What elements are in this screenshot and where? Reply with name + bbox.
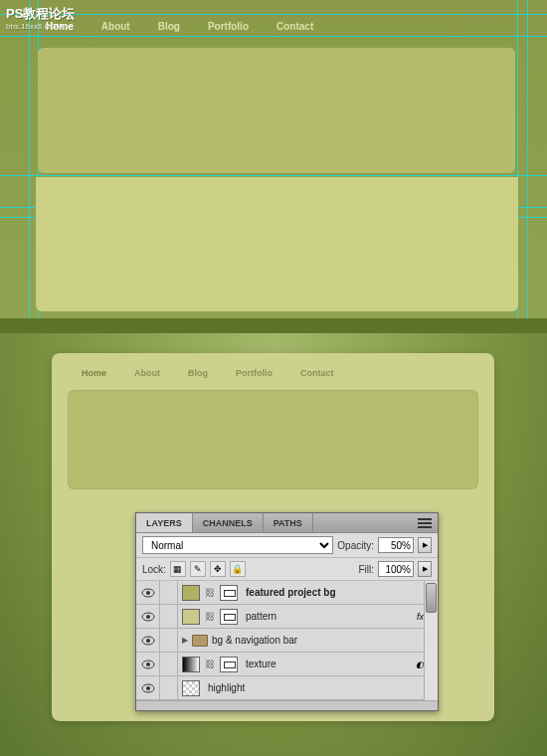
opacity-input[interactable] [378,537,414,553]
layer-thumb[interactable] [182,609,200,625]
mask-thumb[interactable] [220,585,238,601]
layer-thumb[interactable] [182,657,200,672]
blend-mode-select[interactable]: Normal [142,536,333,554]
layer-row[interactable]: ⛓ featured project bg [136,581,438,605]
layer-thumbs: ⛓ [178,657,242,672]
visibility-toggle[interactable] [136,605,160,628]
mask-thumb[interactable] [220,657,238,672]
eye-icon [141,660,155,669]
visibility-toggle[interactable] [136,653,160,675]
link-cell [160,629,178,652]
link-icon: ⛓ [203,587,217,598]
svg-point-1 [146,591,150,595]
layer-thumbs [178,680,204,696]
fill-label: Fill: [358,564,374,575]
blend-opacity-row: Normal Opacity: ▶ [136,533,438,558]
eye-icon [141,636,155,646]
lock-all-icon[interactable]: 🔒 [230,561,246,577]
link-cell [160,605,178,628]
nav-item-blog[interactable]: Blog [144,16,194,37]
nav-item-about[interactable]: About [120,364,174,382]
link-cell [160,653,178,675]
guide-horizontal [0,175,547,176]
layer-thumbs: ⛓ [178,585,242,601]
layer-row[interactable]: ⛓ texture ◐ ▾ [136,653,438,676]
fill-input[interactable] [378,561,414,577]
nav-item-portfolio[interactable]: Portfolio [222,364,286,382]
folder-icon [192,635,208,647]
watermark-line2: bbs.16xx8.COM [6,22,75,32]
lock-paint-icon[interactable]: ✎ [190,561,206,577]
lock-position-icon[interactable]: ✥ [210,561,226,577]
lock-transparency-icon[interactable]: ▦ [170,561,186,577]
svg-point-9 [146,686,150,690]
layer-thumb[interactable] [182,680,200,696]
svg-point-3 [146,615,150,619]
mask-thumb[interactable] [220,609,238,625]
nav-item-blog[interactable]: Blog [174,364,222,382]
guide-horizontal [0,14,547,15]
guide-vertical [29,0,30,318]
fill-flyout-button[interactable]: ▶ [418,561,432,577]
guide-vertical [527,0,528,318]
featured-box-bottom [68,390,478,489]
opacity-label: Opacity: [337,540,374,551]
link-icon: ⛓ [203,659,217,669]
layer-name[interactable]: texture [242,659,416,669]
nav-item-about[interactable]: About [88,16,144,37]
nav-item-portfolio[interactable]: Portfolio [194,16,263,37]
nav-bar-top: Home About Blog Portfolio Contact [32,16,327,37]
featured-box-top [38,48,515,173]
tab-layers[interactable]: LAYERS [136,513,193,532]
watermark-text: PS教程论坛 bbs.16xx8.COM [6,6,75,31]
tab-channels[interactable]: CHANNELS [193,513,264,532]
link-cell [160,676,178,699]
nav-item-home[interactable]: Home [68,364,120,382]
layers-footer [136,700,438,710]
visibility-toggle[interactable] [136,676,160,699]
layers-panel[interactable]: LAYERS CHANNELS PATHS Normal Opacity: ▶ … [135,512,439,711]
lock-label: Lock: [142,564,166,575]
nav-item-contact[interactable]: Contact [286,364,348,382]
nav-item-contact[interactable]: Contact [263,16,327,37]
canvas-mockup-top: Home About Blog Portfolio Contact [0,0,547,318]
opacity-flyout-button[interactable]: ▶ [418,537,432,553]
link-icon: ⛓ [203,611,217,622]
layer-name[interactable]: pattern [242,611,417,622]
svg-point-7 [146,662,150,666]
content-panel-lower [36,177,518,311]
layer-thumbs: ⛓ [178,609,242,625]
visibility-toggle[interactable] [136,629,160,652]
eye-icon [141,588,155,598]
hamburger-icon [418,522,432,524]
watermark-line1: PS教程论坛 [6,6,75,22]
panel-menu-button[interactable] [412,513,438,532]
layer-list: ⛓ featured project bg ⛓ pattern fx ▾ ▶ b… [136,581,438,700]
eye-icon [141,612,155,622]
svg-point-5 [146,639,150,643]
layer-name[interactable]: bg & navigation bar [208,635,438,646]
layer-thumb[interactable] [182,585,200,601]
scrollbar-thumb[interactable] [426,583,437,613]
layer-row[interactable]: ▶ bg & navigation bar [136,629,438,653]
panel-tabs: LAYERS CHANNELS PATHS [136,513,438,533]
tab-paths[interactable]: PATHS [264,513,313,532]
eye-icon [141,683,155,693]
layer-row[interactable]: highlight [136,676,438,700]
layer-row[interactable]: ⛓ pattern fx ▾ [136,605,438,629]
link-cell [160,581,178,604]
layer-name[interactable]: highlight [204,682,438,693]
visibility-toggle[interactable] [136,581,160,604]
layer-scrollbar[interactable] [424,581,438,700]
lock-fill-row: Lock: ▦ ✎ ✥ 🔒 Fill: ▶ [136,558,438,581]
layer-name[interactable]: featured project bg [242,587,438,598]
folder-disclosure-icon[interactable]: ▶ [178,636,192,645]
nav-bar-bottom: Home About Blog Portfolio Contact [52,353,494,390]
